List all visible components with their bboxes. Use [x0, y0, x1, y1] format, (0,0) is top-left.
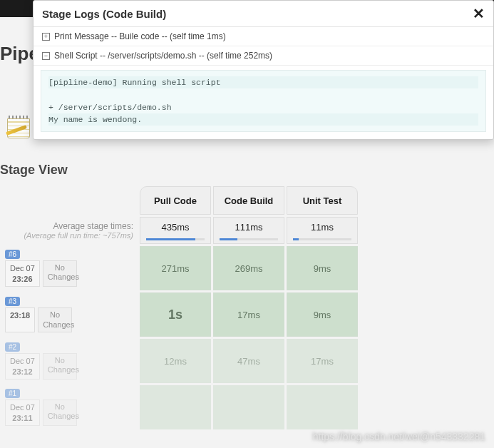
stage-view-table: Pull Code Code Build Unit Test Average s… [3, 184, 360, 432]
run-datetime: Dec 0723:12 [5, 353, 40, 380]
log-step-label: Print Message -- Buile code -- (self tim… [54, 31, 226, 41]
log-step-row[interactable]: −Shell Script -- /server/scripts/demo.sh… [34, 46, 493, 66]
watermark-text: https://blog.csdn.net/wei@n543332281 [313, 431, 485, 442]
avg-cell-pull: 435ms [140, 217, 211, 244]
avg-sub-label: (Average full run time: ~757ms) [5, 231, 133, 240]
run-changes: NoChanges [43, 260, 77, 287]
stage-cell[interactable] [213, 385, 284, 429]
run-datetime: 23:18 [5, 307, 35, 332]
run-datetime: Dec 0723:11 [5, 399, 40, 426]
stage-header-test[interactable]: Unit Test [287, 186, 358, 215]
log-step-label: Shell Script -- /server/scripts/demo.sh … [54, 51, 272, 61]
stage-cell[interactable]: 47ms [213, 339, 284, 383]
run-badge[interactable]: #1 [5, 389, 20, 398]
avg-value: 11ms [311, 222, 334, 233]
avg-value: 435ms [161, 222, 189, 233]
run-badge[interactable]: #6 [5, 250, 20, 259]
stage-cell[interactable] [140, 385, 211, 429]
stage-cell[interactable]: 17ms [213, 292, 284, 337]
run-badge[interactable]: #3 [5, 297, 20, 306]
avg-cell-build: 111ms [213, 217, 284, 244]
expand-icon[interactable]: − [42, 52, 50, 60]
stage-cell[interactable]: 17ms [287, 339, 358, 383]
run-changes: NoChanges [43, 399, 77, 426]
run-datetime: Dec 0723:26 [5, 260, 40, 287]
stage-cell[interactable]: 271ms [140, 246, 211, 290]
stage-cell[interactable]: 12ms [140, 339, 211, 383]
notepad-icon [7, 116, 30, 138]
stage-header-pull[interactable]: Pull Code [140, 186, 211, 215]
stage-view-title: Stage View [0, 163, 68, 178]
stage-cell[interactable]: 269ms [213, 246, 284, 290]
stage-cell[interactable]: 9ms [287, 246, 358, 290]
stage-header-build[interactable]: Code Build [213, 186, 284, 215]
stage-logs-modal: Stage Logs (Code Build) ✕ +Print Message… [33, 0, 494, 140]
run-changes: NoChanges [38, 307, 72, 332]
stage-cell[interactable]: 1s [140, 292, 211, 337]
stage-cell[interactable]: 9ms [287, 292, 358, 337]
avg-row-label: Average stage times: (Average full run t… [5, 217, 138, 244]
avg-cell-test: 11ms [287, 217, 358, 244]
close-icon[interactable]: ✕ [473, 6, 485, 21]
log-step-row[interactable]: +Print Message -- Buile code -- (self ti… [34, 27, 493, 46]
avg-main-label: Average stage times: [5, 221, 133, 231]
log-output: [pipline-demo] Running shell script + /s… [41, 70, 486, 132]
avg-value: 111ms [235, 222, 262, 233]
modal-title: Stage Logs (Code Build) [42, 8, 166, 20]
run-badge[interactable]: #2 [5, 342, 20, 352]
run-changes: NoChanges [43, 353, 77, 380]
stage-cell[interactable] [287, 385, 358, 429]
expand-icon[interactable]: + [42, 33, 50, 41]
